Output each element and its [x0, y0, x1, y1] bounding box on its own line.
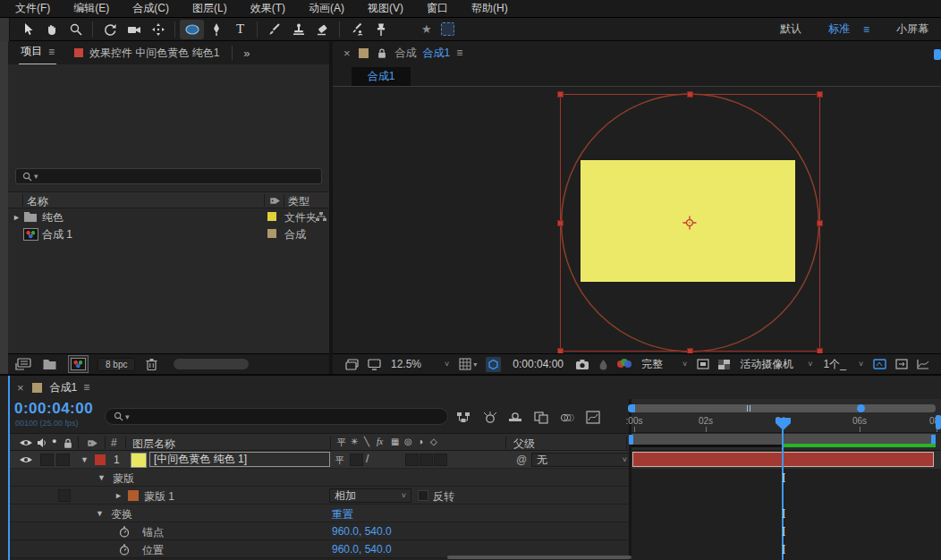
hide-shy-icon[interactable] [508, 411, 522, 424]
mask-color-square[interactable] [128, 490, 139, 501]
lock-column-icon[interactable] [63, 437, 73, 449]
selection-handle[interactable] [817, 91, 823, 98]
tab-effect-controls[interactable]: 效果控件 中间色黄色 纯色1 [89, 46, 219, 61]
3d-layer-icon[interactable]: ◇ [430, 437, 437, 446]
time-navigator-bar[interactable] [628, 404, 936, 412]
layer-quality-toggle[interactable]: / [366, 453, 369, 465]
show-channel-icon[interactable] [617, 359, 632, 369]
monitor-icon[interactable] [368, 359, 381, 370]
menu-edit[interactable]: 编辑(E) [62, 1, 121, 16]
masks-group-row[interactable]: ▼ 蒙版 [8, 469, 629, 487]
fx-icon[interactable]: fx [377, 437, 383, 446]
hand-tool-icon[interactable] [39, 20, 64, 39]
snapping-icon[interactable] [441, 22, 454, 36]
zoom-tool-icon[interactable] [64, 20, 88, 39]
eraser-tool-icon[interactable] [310, 20, 335, 39]
timeline-panel-menu-icon[interactable]: ≡ [83, 381, 89, 394]
menu-window[interactable]: 窗口 [415, 1, 460, 16]
label-color-tan[interactable] [267, 229, 276, 238]
workspace-small-screen[interactable]: 小屏幕 [896, 21, 928, 37]
quality-icon[interactable]: ╲ [364, 437, 369, 446]
masks-expand-icon[interactable]: ▼ [97, 473, 106, 482]
menu-file[interactable]: 文件(F) [4, 1, 62, 16]
snapshot-camera-icon[interactable] [575, 359, 589, 370]
navigator-start-handle[interactable] [628, 404, 635, 412]
menu-effect[interactable]: 效果(T) [239, 1, 297, 16]
mask1-expand-icon[interactable]: ► [114, 491, 123, 500]
motion-blur-col-icon[interactable]: ◎ [404, 437, 412, 446]
menu-help[interactable]: 帮助(H) [460, 1, 520, 16]
audio-toggle-cell[interactable] [40, 454, 54, 466]
rotate-tool-icon[interactable] [97, 20, 122, 39]
solo-column-icon[interactable]: ● [52, 437, 56, 445]
motion-blur-icon[interactable] [560, 411, 574, 424]
interpret-footage-icon[interactable] [15, 358, 31, 370]
menu-animation[interactable]: 动画(A) [297, 1, 356, 16]
composition-viewer[interactable] [333, 87, 941, 353]
mask-mode-dropdown[interactable]: 相加 ˅ [329, 488, 411, 503]
show-snapshot-icon[interactable] [598, 359, 608, 370]
parent-pick-whip-icon[interactable]: @ [516, 454, 527, 466]
layer-row[interactable]: ▼ 1 [中间色黄色 纯色 1] 平 / @ 无 ˅ [8, 451, 629, 469]
grid-guides-icon[interactable]: ▾ [459, 358, 477, 370]
label-column-tag-icon[interactable] [87, 437, 99, 449]
region-of-interest-icon[interactable] [697, 359, 709, 369]
workspace-menu-icon[interactable]: ≡ [863, 23, 869, 36]
always-preview-icon[interactable] [345, 359, 359, 370]
project-footer-scrollbar[interactable] [174, 359, 249, 369]
mask-invert-checkbox[interactable] [418, 490, 428, 501]
timeline-horizontal-scrollbar[interactable] [447, 556, 632, 559]
menu-layer[interactable]: 图层(L) [181, 1, 239, 16]
folder-expand-icon[interactable]: ► [13, 213, 21, 222]
comp-marker-button[interactable] [936, 415, 941, 429]
current-time-display[interactable]: 0:00:04:00 [14, 400, 93, 418]
label-column-tag-icon[interactable] [269, 195, 282, 207]
label-color-yellow[interactable] [267, 212, 276, 221]
work-area-start-handle[interactable] [629, 435, 633, 445]
comp-viewer-tab[interactable]: 合成1 [352, 67, 411, 86]
text-tool-icon[interactable]: T [228, 20, 252, 39]
new-folder-icon[interactable] [42, 359, 57, 370]
view-mode-dropdown[interactable]: 活动摄像机 ˅ [740, 357, 812, 372]
parent-dropdown[interactable]: 无 ˅ [531, 453, 632, 467]
mask-visibility-icon[interactable] [486, 357, 501, 372]
timeline-tab-label[interactable]: 合成1 [50, 380, 78, 395]
resolution-dropdown[interactable]: 完整 ˅ [641, 357, 687, 372]
project-panel-menu-icon[interactable]: ≡ [48, 46, 55, 58]
menu-composition[interactable]: 合成(C) [121, 1, 181, 16]
comp-panel-menu-icon[interactable]: ≡ [456, 47, 462, 59]
workspace-star-icon[interactable]: ★ [421, 22, 432, 36]
transform-group-row[interactable]: ▼ 变换 重置 [8, 505, 629, 522]
transform-reset-link[interactable]: 重置 [332, 507, 353, 522]
pen-tool-icon[interactable] [204, 20, 228, 39]
project-row-comp1[interactable]: 合成 1 合成 [8, 225, 329, 242]
layer-label-red[interactable] [95, 454, 106, 465]
pan-behind-tool-icon[interactable] [146, 20, 170, 39]
collapse-icon[interactable]: ✳ [351, 437, 358, 446]
layer-name-field[interactable]: [中间色黄色 纯色 1] [149, 452, 330, 467]
frame-blend-col-icon[interactable]: ▦ [391, 437, 399, 446]
column-type[interactable]: 类型 [288, 194, 309, 209]
anchor-point-row[interactable]: 锚点 960.0, 540.0 [8, 522, 629, 540]
active-comp-name[interactable]: 合成1 [423, 46, 451, 61]
layer-eye-icon[interactable] [19, 454, 33, 465]
tab-overflow-icon[interactable]: » [243, 47, 250, 60]
solo-lock-cell[interactable] [56, 454, 70, 466]
mask1-row[interactable]: ► 蒙版 1 相加 ˅ 反转 [8, 487, 629, 505]
selection-tool-icon[interactable] [15, 20, 39, 39]
pixel-aspect-icon[interactable] [895, 359, 908, 369]
shy-icon[interactable]: 平 [337, 437, 346, 449]
project-search-input[interactable]: ▾ [15, 168, 322, 184]
switch-cell[interactable] [420, 454, 433, 466]
layer-shy-toggle[interactable]: 平 [335, 454, 344, 467]
graph-editor-icon[interactable] [586, 411, 600, 424]
workspace-standard[interactable]: 标准 [828, 21, 850, 37]
parent-column[interactable]: 父级 [513, 437, 535, 452]
video-column-eye-icon[interactable] [19, 437, 33, 448]
anchor-point-value[interactable]: 960.0, 540.0 [332, 525, 392, 538]
close-icon[interactable]: × [17, 381, 24, 395]
new-composition-icon[interactable] [68, 355, 89, 373]
mask-visibility-cell[interactable] [58, 489, 71, 502]
audio-column-speaker-icon[interactable] [37, 437, 47, 448]
selection-handle[interactable] [557, 220, 564, 226]
